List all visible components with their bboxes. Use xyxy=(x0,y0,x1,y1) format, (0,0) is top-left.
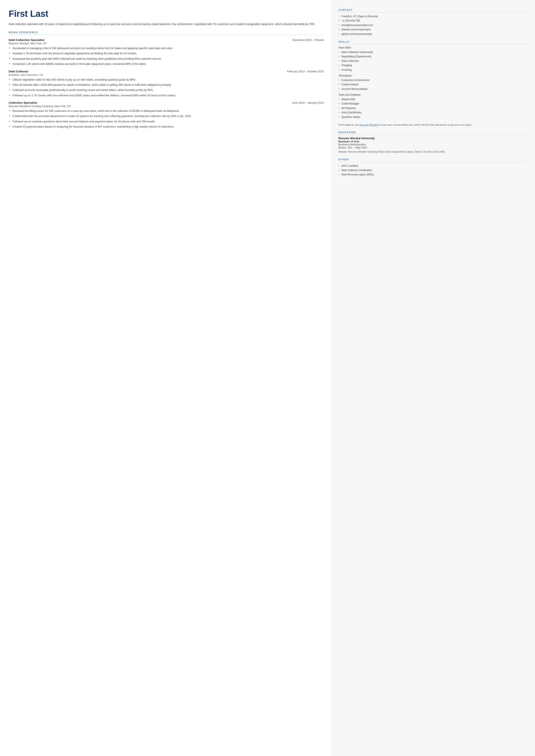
contact-list: Frankfort, KY (Open to Remote) +1-234-45… xyxy=(338,14,528,36)
techniques-list: Collections Enforcement Credit Analysis … xyxy=(338,78,528,91)
other-item: IACC Certified. xyxy=(338,164,528,168)
technique-item: Collections Enforcement xyxy=(338,78,528,82)
bullet-item: Succeeded in managing a file of 10K deli… xyxy=(9,46,324,50)
skills-block: SKILLS Hard Skills: Debt Collection (Adv… xyxy=(338,41,528,127)
promo-text-before: Don't forget to use xyxy=(338,124,359,126)
edu-awards: Awards: Resume Worded Teaching Fellow (o… xyxy=(338,150,528,154)
edu-school: Resume Worded University xyxy=(338,137,528,140)
job-2-bullets: Utilized negotiation skills to help 400 … xyxy=(9,78,324,98)
job-1-dates: November 2015 – Present xyxy=(293,39,324,42)
job-2: Debt Collector February 2013 – October 2… xyxy=(9,70,324,98)
contact-section-title: CONTACT xyxy=(338,9,528,13)
job-2-header: Debt Collector February 2013 – October 2… xyxy=(9,70,324,73)
technique-item: Account Reconciliation xyxy=(338,87,528,91)
job-2-title: Debt Collector xyxy=(9,70,28,73)
promo-block: Don't forget to use Resume Worded to sca… xyxy=(338,121,528,127)
other-list: IACC Certified. Debt Collector Certifica… xyxy=(338,164,528,177)
bullet-item: Assisted 1.7K borrowers over the phone t… xyxy=(9,51,324,56)
promo-link[interactable]: Resume Worded xyxy=(359,124,378,126)
contact-block: CONTACT Frankfort, KY (Open to Remote) +… xyxy=(338,9,528,36)
technique-item: Credit Analysis xyxy=(338,82,528,87)
other-section-title: OTHER xyxy=(338,158,528,162)
bullet-item: Followed up on 1.7K checks with non-suff… xyxy=(9,94,324,98)
job-3-title: Collection Specialist xyxy=(9,101,37,104)
main-column: First Last Debt collection specialist wi… xyxy=(0,0,332,756)
bullet-item: Filed 28 lawsuits after a $1M debt passe… xyxy=(9,83,324,87)
work-experience-section-title: WORK EXPERIENCE xyxy=(9,31,324,35)
skill-item: Invoicing xyxy=(338,68,528,72)
tools-heading: Tools and Software: xyxy=(338,93,528,96)
job-1: Debt Collection Specialist November 2015… xyxy=(9,38,324,66)
bullet-item: Utilized negotiation skills to help 400 … xyxy=(9,78,324,82)
tool-item: DataArc360 xyxy=(338,97,528,101)
other-item: Debt Collector Certification. xyxy=(338,168,528,172)
job-1-header: Debt Collection Specialist November 2015… xyxy=(9,38,324,42)
skill-item: Debt Collection (Advanced) xyxy=(338,50,528,54)
edu-field: Business Administration xyxy=(338,143,528,146)
job-3: Collection Specialist June 2010 – Januar… xyxy=(9,101,324,129)
hard-skills-list: Debt Collection (Advanced) Negotiating (… xyxy=(338,50,528,72)
skill-item: Charging xyxy=(338,63,528,68)
tool-item: M2 Reporter xyxy=(338,106,528,110)
contact-item-linkedin: linkedin.com/in/username xyxy=(338,27,528,32)
tool-item: Intuit QuickBooks xyxy=(338,110,528,115)
promo-text-after: to scan your resume before you send it o… xyxy=(378,124,471,126)
job-1-title: Debt Collection Specialist xyxy=(9,38,44,42)
skills-section-title: SKILLS xyxy=(338,41,528,44)
job-2-company: Growthsi, San Francisco, CA xyxy=(9,73,324,76)
job-1-company: Resume Worded, New York, NY xyxy=(9,42,324,45)
job-3-dates: June 2010 – January 2013 xyxy=(292,101,324,104)
job-3-header: Collection Specialist June 2010 – Januar… xyxy=(9,101,324,104)
tools-list: DataArc360 Credit Manager M2 Reporter In… xyxy=(338,97,528,119)
contact-item-location: Frankfort, KY (Open to Remote) xyxy=(338,14,528,18)
contact-item-phone: +1-234-456-789 xyxy=(338,18,528,23)
bullet-item: Contacted 1.2K clients with $300K overdu… xyxy=(9,62,324,66)
sidebar-column: CONTACT Frankfort, KY (Open to Remote) +… xyxy=(332,0,535,756)
edu-dates: Boston, MA — May 2010 xyxy=(338,146,528,149)
contact-item-github: github.com/resumeworded xyxy=(338,32,528,36)
bullet-item: Surpassed the quarterly goal with $450 c… xyxy=(9,57,324,61)
techniques-heading: Techniques: xyxy=(338,74,528,77)
skill-item: Data Collection xyxy=(338,59,528,63)
edu-degree: Bachelor of Arts xyxy=(338,140,528,143)
bullet-item: Created 21 payment plans based on analyz… xyxy=(9,125,324,129)
candidate-name: First Last xyxy=(9,9,324,19)
contact-item-email: email@resumeworded.com xyxy=(338,23,528,27)
tool-item: Credit Manager xyxy=(338,101,528,106)
tool-item: Quantrax Intelec xyxy=(338,115,528,119)
bullet-item: Collected accounts receivable profession… xyxy=(9,88,324,92)
bullet-item: Resolved the billing issues for 200 cust… xyxy=(9,109,324,113)
hard-skills-heading: Hard Skills: xyxy=(338,46,528,49)
other-block: OTHER IACC Certified. Debt Collector Cer… xyxy=(338,158,528,177)
education-block: EDUCATION Resume Worded University Bache… xyxy=(338,131,528,154)
bullet-item: Collaborated with the accounts departmen… xyxy=(9,114,324,118)
bullet-item: Followed up on customer questions about … xyxy=(9,120,324,124)
summary-text: Debt collection specialist with 10 years… xyxy=(9,22,324,26)
job-3-bullets: Resolved the billing issues for 200 cust… xyxy=(9,109,324,129)
other-item: Debt Recovery Agent (DRA). xyxy=(338,172,528,177)
education-section-title: EDUCATION xyxy=(338,131,528,135)
job-2-dates: February 2013 – October 2015 xyxy=(287,70,324,73)
job-3-company: Resume Worded's Exciting Company, New Yo… xyxy=(9,105,324,108)
skill-item: Negotiating (Experienced) xyxy=(338,54,528,59)
job-1-bullets: Succeeded in managing a file of 10K deli… xyxy=(9,46,324,66)
